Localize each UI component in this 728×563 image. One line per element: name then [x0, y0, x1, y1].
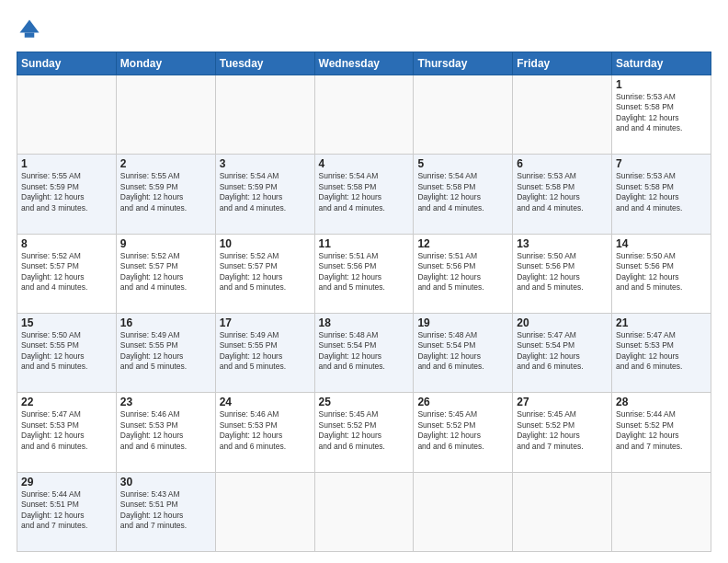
- sunset-text: Sunset: 5:52 PM: [417, 420, 475, 430]
- day-detail: Sunrise: 5:45 AMSunset: 5:52 PMDaylight:…: [417, 409, 508, 452]
- sunset-text: Sunset: 5:54 PM: [319, 340, 377, 350]
- day-number: 28: [616, 396, 707, 408]
- sunrise-text: Sunrise: 5:49 AM: [220, 330, 279, 339]
- calendar-empty-cell: [612, 472, 711, 551]
- day-number: 4: [319, 157, 410, 170]
- calendar-empty-cell: [513, 472, 612, 551]
- day-detail: Sunrise: 5:44 AMSunset: 5:52 PMDaylight:…: [616, 409, 707, 452]
- calendar-day-cell: 18Sunrise: 5:48 AMSunset: 5:54 PMDayligh…: [314, 313, 414, 392]
- day-detail: Sunrise: 5:50 AMSunset: 5:56 PMDaylight:…: [517, 251, 608, 293]
- day-number: 30: [120, 476, 211, 488]
- day-detail: Sunrise: 5:50 AMSunset: 5:55 PMDaylight:…: [21, 330, 112, 373]
- daylight-hours-text: Daylight: 12 hours: [21, 431, 85, 440]
- calendar-day-cell: 1Sunrise: 5:55 AMSunset: 5:59 PMDaylight…: [17, 155, 117, 234]
- calendar-empty-cell: [314, 472, 414, 551]
- daylight-hours-text: Daylight: 12 hours: [319, 431, 382, 440]
- day-detail: Sunrise: 5:50 AMSunset: 5:56 PMDaylight:…: [616, 251, 707, 293]
- calendar-day-cell: 9Sunrise: 5:52 AMSunset: 5:57 PMDaylight…: [116, 234, 215, 313]
- daylight-hours-text: Daylight: 12 hours: [120, 272, 184, 282]
- calendar-day-cell: 12Sunrise: 5:51 AMSunset: 5:56 PMDayligh…: [414, 234, 513, 313]
- day-number: 16: [120, 316, 211, 329]
- day-detail: Sunrise: 5:47 AMSunset: 5:54 PMDaylight:…: [517, 330, 608, 373]
- calendar-day-cell: 16Sunrise: 5:49 AMSunset: 5:55 PMDayligh…: [116, 313, 215, 392]
- daylight-hours-text: Daylight: 12 hours: [417, 431, 481, 440]
- col-header-sunday: Sunday: [17, 52, 117, 75]
- calendar-week-row: 29Sunrise: 5:44 AMSunset: 5:51 PMDayligh…: [17, 472, 711, 551]
- sunset-text: Sunset: 5:53 PM: [616, 340, 674, 350]
- calendar-week-row: 22Sunrise: 5:47 AMSunset: 5:53 PMDayligh…: [17, 393, 711, 472]
- header: [17, 17, 711, 42]
- daylight-minutes-text: and and 6 minutes.: [517, 362, 583, 371]
- day-detail: Sunrise: 5:55 AMSunset: 5:59 PMDaylight:…: [21, 171, 112, 213]
- daylight-minutes-text: and and 4 minutes.: [319, 203, 385, 213]
- calendar-empty-cell: [116, 75, 215, 155]
- day-number: 23: [120, 396, 211, 408]
- calendar-week-row: 1Sunrise: 5:53 AMSunset: 5:58 PMDaylight…: [17, 75, 711, 155]
- col-header-wednesday: Wednesday: [314, 52, 414, 75]
- day-detail: Sunrise: 5:47 AMSunset: 5:53 PMDaylight:…: [616, 330, 707, 373]
- calendar-week-row: 8Sunrise: 5:52 AMSunset: 5:57 PMDaylight…: [17, 234, 711, 313]
- calendar-day-cell: 1Sunrise: 5:53 AMSunset: 5:58 PMDaylight…: [612, 75, 711, 155]
- svg-marker-0: [20, 20, 40, 33]
- sunset-text: Sunset: 5:56 PM: [517, 261, 574, 270]
- svg-rect-1: [25, 33, 35, 38]
- sunrise-text: Sunrise: 5:48 AM: [319, 330, 379, 339]
- sunset-text: Sunset: 5:52 PM: [616, 420, 674, 430]
- calendar-day-cell: 13Sunrise: 5:50 AMSunset: 5:56 PMDayligh…: [513, 234, 612, 313]
- daylight-hours-text: Daylight: 12 hours: [517, 351, 580, 361]
- day-detail: Sunrise: 5:45 AMSunset: 5:52 PMDaylight:…: [517, 409, 608, 452]
- daylight-hours-text: Daylight: 12 hours: [319, 351, 382, 361]
- day-number: 1: [616, 78, 707, 91]
- calendar-day-cell: 26Sunrise: 5:45 AMSunset: 5:52 PMDayligh…: [414, 393, 513, 472]
- day-number: 19: [417, 316, 508, 329]
- calendar-empty-cell: [414, 472, 513, 551]
- daylight-hours-text: Daylight: 12 hours: [120, 351, 184, 361]
- calendar-day-cell: 23Sunrise: 5:46 AMSunset: 5:53 PMDayligh…: [116, 393, 215, 472]
- daylight-hours-text: Daylight: 12 hours: [417, 192, 481, 201]
- sunset-text: Sunset: 5:59 PM: [220, 182, 278, 191]
- sunset-text: Sunset: 5:56 PM: [417, 261, 475, 270]
- sunrise-text: Sunrise: 5:47 AM: [616, 330, 676, 339]
- day-detail: Sunrise: 5:54 AMSunset: 5:58 PMDaylight:…: [319, 171, 410, 213]
- daylight-minutes-text: and and 4 minutes.: [616, 123, 682, 132]
- daylight-minutes-text: and and 6 minutes.: [417, 442, 483, 451]
- calendar-day-cell: 11Sunrise: 5:51 AMSunset: 5:56 PMDayligh…: [314, 234, 414, 313]
- sunrise-text: Sunrise: 5:45 AM: [517, 409, 576, 419]
- sunset-text: Sunset: 5:57 PM: [21, 261, 79, 270]
- sunrise-text: Sunrise: 5:46 AM: [120, 409, 180, 419]
- daylight-minutes-text: and and 5 minutes.: [220, 362, 286, 371]
- calendar-header-row: SundayMondayTuesdayWednesdayThursdayFrid…: [17, 52, 711, 75]
- daylight-hours-text: Daylight: 12 hours: [616, 113, 679, 122]
- sunrise-text: Sunrise: 5:45 AM: [319, 409, 379, 419]
- sunset-text: Sunset: 5:52 PM: [517, 420, 574, 430]
- daylight-minutes-text: and and 3 minutes.: [21, 203, 87, 213]
- calendar-day-cell: 20Sunrise: 5:47 AMSunset: 5:54 PMDayligh…: [513, 313, 612, 392]
- calendar-day-cell: 7Sunrise: 5:53 AMSunset: 5:58 PMDaylight…: [612, 155, 711, 234]
- day-detail: Sunrise: 5:54 AMSunset: 5:59 PMDaylight:…: [220, 171, 311, 213]
- day-number: 5: [417, 157, 508, 170]
- daylight-minutes-text: and and 5 minutes.: [517, 282, 583, 292]
- sunrise-text: Sunrise: 5:55 AM: [21, 171, 81, 180]
- calendar-empty-cell: [513, 75, 612, 155]
- sunrise-text: Sunrise: 5:44 AM: [21, 489, 81, 499]
- day-number: 14: [616, 237, 707, 250]
- sunset-text: Sunset: 5:56 PM: [319, 261, 377, 270]
- daylight-minutes-text: and and 5 minutes.: [220, 282, 286, 292]
- sunset-text: Sunset: 5:57 PM: [120, 261, 178, 270]
- daylight-minutes-text: and and 5 minutes.: [417, 282, 483, 292]
- calendar-day-cell: 22Sunrise: 5:47 AMSunset: 5:53 PMDayligh…: [17, 393, 117, 472]
- sunrise-text: Sunrise: 5:47 AM: [517, 330, 576, 339]
- sunrise-text: Sunrise: 5:51 AM: [417, 251, 477, 260]
- col-header-thursday: Thursday: [414, 52, 513, 75]
- day-detail: Sunrise: 5:51 AMSunset: 5:56 PMDaylight:…: [417, 251, 508, 293]
- calendar-day-cell: 25Sunrise: 5:45 AMSunset: 5:52 PMDayligh…: [314, 393, 414, 472]
- logo-icon: [17, 17, 42, 42]
- daylight-hours-text: Daylight: 12 hours: [417, 351, 481, 361]
- day-number: 9: [120, 237, 211, 250]
- day-number: 12: [417, 237, 508, 250]
- sunrise-text: Sunrise: 5:43 AM: [120, 489, 180, 499]
- daylight-hours-text: Daylight: 12 hours: [220, 351, 283, 361]
- day-detail: Sunrise: 5:52 AMSunset: 5:57 PMDaylight:…: [120, 251, 211, 293]
- daylight-minutes-text: and and 6 minutes.: [417, 362, 483, 371]
- daylight-hours-text: Daylight: 12 hours: [319, 192, 382, 201]
